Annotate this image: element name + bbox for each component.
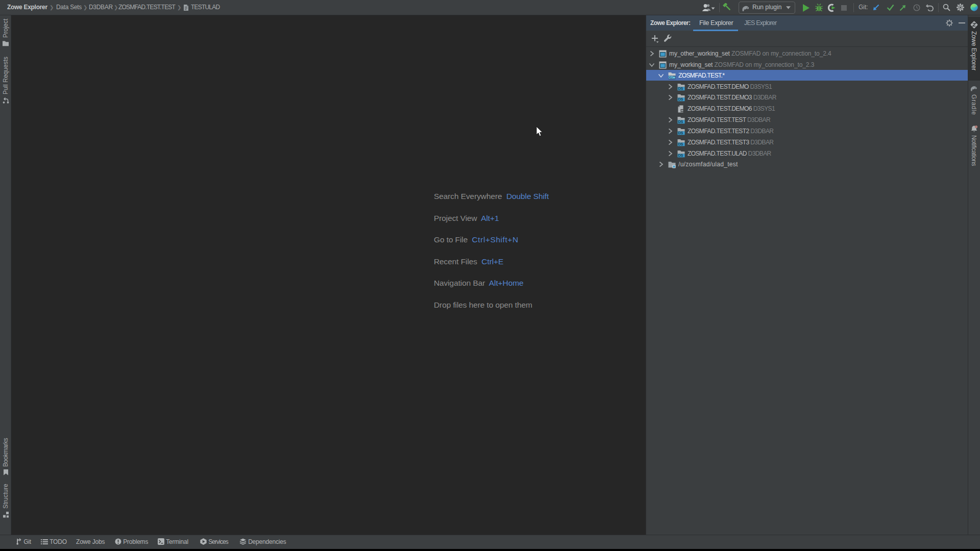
- svg-text:DS: DS: [678, 153, 683, 158]
- svg-text:DS: DS: [678, 86, 683, 91]
- svg-text:DS: DS: [678, 131, 683, 135]
- svg-text:DS: DS: [678, 119, 683, 124]
- svg-text:DS: DS: [678, 142, 683, 146]
- svg-text:DS: DS: [678, 97, 683, 102]
- svg-text:DS: DS: [669, 75, 674, 80]
